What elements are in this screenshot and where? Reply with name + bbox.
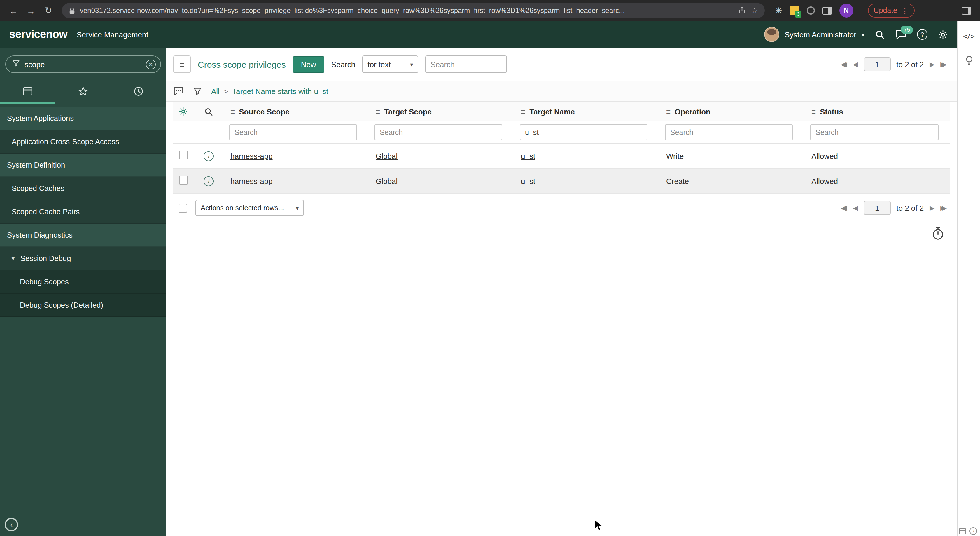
sparkle-extension-icon[interactable]: ✳ bbox=[775, 6, 782, 15]
record-preview-icon[interactable]: i bbox=[203, 176, 213, 186]
column-label: Operation bbox=[675, 107, 711, 116]
sidebar-item-session-debug[interactable]: ▼ Session Debug bbox=[0, 247, 166, 270]
cell-target-name-link[interactable]: u_st bbox=[521, 177, 535, 185]
filter-input-target-scope[interactable] bbox=[374, 124, 502, 140]
global-search-icon[interactable] bbox=[875, 29, 885, 40]
search-type-select[interactable]: for text ▾ bbox=[362, 56, 418, 73]
cell-operation: Create bbox=[666, 177, 689, 185]
cell-source-scope-link[interactable]: harness-app bbox=[231, 177, 273, 185]
column-header-target-scope[interactable]: ≡Target Scope bbox=[369, 102, 514, 121]
tab-favorites[interactable] bbox=[56, 81, 111, 104]
column-header-target-name[interactable]: ≡Target Name bbox=[514, 102, 659, 121]
response-time-stopwatch-icon[interactable] bbox=[932, 227, 944, 243]
select-all-checkbox[interactable] bbox=[178, 204, 187, 212]
last-page-icon[interactable]: ▶▶ bbox=[940, 204, 947, 212]
extension-icon[interactable] bbox=[807, 6, 815, 14]
column-header-source-scope[interactable]: ≡Source Scope bbox=[223, 102, 369, 121]
browser-menu-icon[interactable]: ⋮ bbox=[901, 6, 908, 15]
cell-target-name-link[interactable]: u_st bbox=[521, 152, 535, 160]
list-header: ≡ Cross scope privileges New Search for … bbox=[166, 48, 957, 81]
filter-input-source-scope[interactable] bbox=[229, 124, 357, 140]
column-search-icon[interactable] bbox=[204, 107, 213, 116]
previous-page-icon[interactable]: ◀ bbox=[853, 61, 858, 68]
table-row[interactable]: i harness-app Global u_st Create Allowed bbox=[173, 168, 950, 193]
actions-select[interactable]: Actions on selected rows... ▾ bbox=[196, 200, 304, 216]
filter-input-operation[interactable] bbox=[665, 124, 793, 140]
applications-icon bbox=[23, 87, 33, 96]
column-menu-icon[interactable]: ≡ bbox=[666, 107, 671, 116]
extensions-area: ✳ 3 N Update ⋮ bbox=[775, 3, 915, 18]
record-preview-icon[interactable]: i bbox=[203, 151, 213, 161]
browser-back-icon[interactable]: ← bbox=[6, 3, 21, 18]
update-button[interactable]: Update ⋮ bbox=[868, 3, 915, 18]
new-button[interactable]: New bbox=[293, 56, 325, 73]
first-page-icon[interactable]: ◀◀ bbox=[841, 204, 847, 212]
navigator-filter-input[interactable] bbox=[24, 60, 141, 69]
browser-profile-avatar[interactable]: N bbox=[839, 3, 853, 18]
sidebar-item-system-diagnostics[interactable]: System Diagnostics bbox=[0, 223, 166, 247]
user-menu[interactable]: System Administrator ▾ bbox=[764, 27, 864, 42]
page-number-input[interactable]: 1 bbox=[864, 57, 891, 71]
code-icon[interactable]: </> bbox=[963, 33, 975, 40]
row-checkbox[interactable] bbox=[179, 151, 188, 160]
comments-icon[interactable] bbox=[173, 86, 184, 96]
lightbulb-icon[interactable] bbox=[964, 56, 973, 68]
filter-input-status[interactable] bbox=[810, 124, 939, 140]
breadcrumb-all-link[interactable]: All bbox=[211, 87, 220, 96]
last-page-icon[interactable]: ▶▶ bbox=[940, 61, 947, 68]
column-menu-icon[interactable]: ≡ bbox=[811, 107, 816, 116]
help-icon[interactable]: ? bbox=[917, 29, 928, 40]
yellow-extension-icon[interactable]: 3 bbox=[789, 6, 799, 15]
address-bar[interactable]: ven03172.service-now.com/nav_to.do?uri=%… bbox=[62, 3, 765, 18]
next-page-icon[interactable]: ▶ bbox=[929, 61, 934, 68]
chevron-down-icon: ▾ bbox=[296, 205, 299, 211]
sidebar-item-system-definition[interactable]: System Definition bbox=[0, 153, 166, 177]
list-search-input[interactable] bbox=[425, 56, 507, 73]
column-header-status[interactable]: ≡Status bbox=[804, 102, 950, 121]
page-number-input[interactable]: 1 bbox=[864, 201, 891, 215]
sidebar-item-scoped-cache-pairs[interactable]: Scoped Cache Pairs bbox=[0, 200, 166, 223]
sidebar-item-scoped-caches[interactable]: Scoped Caches bbox=[0, 177, 166, 200]
sidebar-item-label: Debug Scopes bbox=[20, 278, 69, 286]
tab-history[interactable] bbox=[111, 81, 166, 104]
sidebar-item-debug-scopes[interactable]: Debug Scopes bbox=[0, 270, 166, 294]
expand-arrow-icon[interactable]: ▼ bbox=[11, 255, 16, 261]
status-corner: i bbox=[959, 527, 977, 535]
column-header-operation[interactable]: ≡Operation bbox=[659, 102, 804, 121]
collapse-sidebar-button[interactable]: ‹ bbox=[5, 518, 18, 531]
sidebar-item-system-applications[interactable]: System Applications bbox=[0, 107, 166, 130]
column-menu-icon[interactable]: ≡ bbox=[375, 107, 380, 116]
tab-all-applications[interactable] bbox=[0, 81, 56, 104]
column-menu-icon[interactable]: ≡ bbox=[231, 107, 235, 116]
next-page-icon[interactable]: ▶ bbox=[929, 204, 934, 212]
column-menu-icon[interactable]: ≡ bbox=[521, 107, 525, 116]
first-page-icon[interactable]: ◀◀ bbox=[841, 61, 847, 68]
list-title[interactable]: Cross scope privileges bbox=[198, 59, 286, 69]
sidebar-item-application-cross-scope-access[interactable]: Application Cross-Scope Access bbox=[0, 130, 166, 153]
list-context-menu-icon[interactable]: ≡ bbox=[173, 56, 191, 73]
previous-page-icon[interactable]: ◀ bbox=[853, 204, 858, 212]
share-icon[interactable] bbox=[738, 6, 746, 14]
browser-forward-icon[interactable]: → bbox=[23, 3, 38, 18]
table-row[interactable]: i harness-app Global u_st Write Allowed bbox=[173, 144, 950, 168]
conversations-icon[interactable]: 75 bbox=[896, 29, 907, 40]
clear-filter-icon[interactable]: ✕ bbox=[146, 59, 156, 69]
cell-source-scope-link[interactable]: harness-app bbox=[231, 152, 273, 160]
sidebar-item-debug-scopes-detailed[interactable]: Debug Scopes (Detailed) bbox=[0, 294, 166, 317]
personalize-list-gear-icon[interactable] bbox=[178, 107, 188, 116]
record-list-table: ≡Source Scope ≡Target Scope ≡Target Name… bbox=[173, 102, 950, 194]
cell-target-scope-link[interactable]: Global bbox=[375, 152, 398, 160]
browser-sidebar-toggle-icon[interactable] bbox=[959, 3, 974, 18]
settings-gear-icon[interactable] bbox=[938, 29, 948, 40]
row-checkbox[interactable] bbox=[179, 176, 188, 185]
browser-reload-icon[interactable]: ↻ bbox=[41, 3, 56, 18]
status-info-icon[interactable]: i bbox=[969, 527, 977, 535]
bookmark-star-icon[interactable]: ☆ bbox=[751, 6, 758, 15]
filter-input-target-name[interactable] bbox=[520, 124, 648, 140]
status-window-icon[interactable] bbox=[959, 528, 966, 534]
side-panel-icon[interactable] bbox=[822, 7, 832, 14]
filter-funnel-icon[interactable] bbox=[193, 87, 202, 96]
cell-target-scope-link[interactable]: Global bbox=[375, 177, 398, 185]
breadcrumb-filter-link[interactable]: Target Name starts with u_st bbox=[232, 87, 328, 96]
sidebar-item-label: Scoped Cache Pairs bbox=[12, 207, 80, 216]
